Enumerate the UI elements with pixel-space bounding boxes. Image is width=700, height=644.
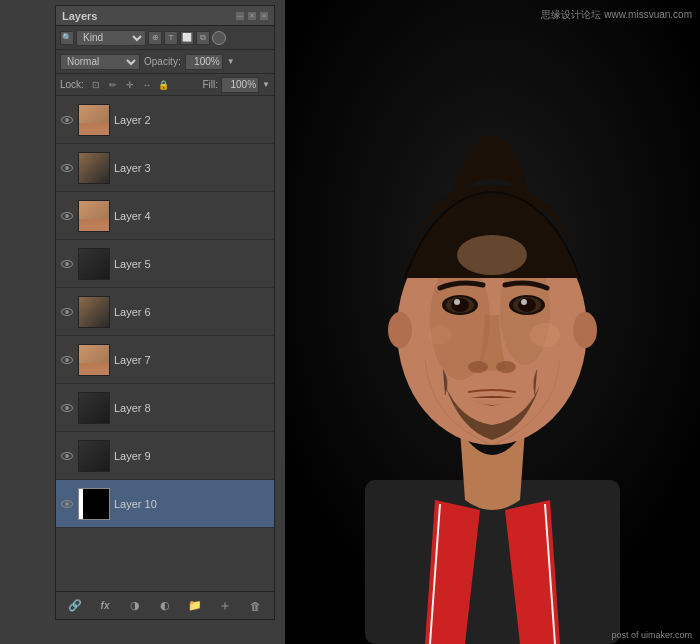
- eye-icon: [61, 116, 73, 124]
- kind-select[interactable]: Kind: [76, 30, 146, 46]
- layer-name: Layer 8: [114, 402, 270, 414]
- eye-dot: [65, 166, 69, 170]
- svg-point-19: [530, 323, 560, 347]
- layer-thumbnail: [78, 296, 110, 328]
- layer-visibility-toggle[interactable]: [60, 257, 74, 271]
- eye-dot: [65, 406, 69, 410]
- panel-minimize-btn[interactable]: —: [236, 12, 244, 20]
- lock-edit-icon[interactable]: ✏: [106, 78, 120, 92]
- layer-item[interactable]: Layer 10: [56, 480, 274, 528]
- layer-visibility-toggle[interactable]: [60, 497, 74, 511]
- svg-point-6: [388, 312, 412, 348]
- layer-effects-icon[interactable]: fx: [95, 596, 115, 616]
- layers-list[interactable]: Layer 2 Layer 3 Layer 4: [56, 96, 274, 591]
- fill-input[interactable]: [221, 77, 259, 93]
- svg-point-16: [468, 361, 488, 373]
- layer-thumbnail: [78, 344, 110, 376]
- svg-point-7: [573, 312, 597, 348]
- opacity-input[interactable]: [185, 54, 223, 70]
- delete-layer-icon[interactable]: 🗑: [245, 596, 265, 616]
- blend-mode-row: Normal Opacity: ▼: [56, 50, 274, 74]
- kind-row: 🔍 Kind ⊕ T ⬜ ⧉: [56, 26, 274, 50]
- layer-thumbnail: [78, 104, 110, 136]
- eye-icon: [61, 260, 73, 268]
- blend-mode-select[interactable]: Normal: [60, 54, 140, 70]
- adjustment-layer-icon[interactable]: ◐: [155, 596, 175, 616]
- top-watermark: 思缘设计论坛 www.missvuan.com: [541, 8, 692, 22]
- layer-visibility-toggle[interactable]: [60, 161, 74, 175]
- svg-point-10: [451, 298, 469, 312]
- new-layer-icon[interactable]: ＋: [215, 596, 235, 616]
- layer-name: Layer 6: [114, 306, 270, 318]
- layer-item[interactable]: Layer 4: [56, 192, 274, 240]
- filter-icon: 🔍: [60, 31, 74, 45]
- layer-visibility-toggle[interactable]: [60, 353, 74, 367]
- layer-item[interactable]: Layer 5: [56, 240, 274, 288]
- lock-move-icon[interactable]: ✛: [123, 78, 137, 92]
- layer-visibility-toggle[interactable]: [60, 209, 74, 223]
- lock-pixels-icon[interactable]: ⊡: [89, 78, 103, 92]
- lock-all-icon[interactable]: 🔒: [157, 78, 171, 92]
- layer-visibility-toggle[interactable]: [60, 401, 74, 415]
- eye-dot: [65, 118, 69, 122]
- layer-visibility-toggle[interactable]: [60, 113, 74, 127]
- layer-name: Layer 7: [114, 354, 270, 366]
- svg-point-17: [496, 361, 516, 373]
- layer-visibility-toggle[interactable]: [60, 305, 74, 319]
- layer-name: Layer 10: [114, 498, 270, 510]
- adjustment-icon[interactable]: [212, 31, 226, 45]
- layer-item[interactable]: Layer 3: [56, 144, 274, 192]
- layer-thumbnail: [78, 392, 110, 424]
- layers-panel: Layers — ✕ ≡ 🔍 Kind ⊕ T ⬜ ⧉ Normal Opaci…: [55, 5, 275, 620]
- opacity-arrow[interactable]: ▼: [227, 57, 235, 66]
- layer-item[interactable]: Layer 9: [56, 432, 274, 480]
- layer-name: Layer 9: [114, 450, 270, 462]
- layer-thumbnail: [78, 488, 110, 520]
- lock-artboard-icon[interactable]: ↔: [140, 78, 154, 92]
- eye-icon: [61, 308, 73, 316]
- photo-area: [285, 0, 700, 644]
- lock-row: Lock: ⊡ ✏ ✛ ↔ 🔒 Fill: ▼: [56, 74, 274, 96]
- eye-dot: [65, 502, 69, 506]
- eye-icon: [61, 212, 73, 220]
- layer-item[interactable]: Layer 6: [56, 288, 274, 336]
- svg-point-11: [454, 299, 460, 305]
- layer-thumbnail: [78, 440, 110, 472]
- svg-point-20: [428, 325, 452, 345]
- photo-placeholder: [285, 0, 700, 644]
- layer-item[interactable]: Layer 2: [56, 96, 274, 144]
- layer-name: Layer 2: [114, 114, 270, 126]
- panel-close-btn[interactable]: ✕: [248, 12, 256, 20]
- layer-name: Layer 4: [114, 210, 270, 222]
- add-mask-icon[interactable]: ◑: [125, 596, 145, 616]
- eye-icon: [61, 356, 73, 364]
- bottom-watermark: post of uimaker.com: [611, 630, 692, 640]
- layer-item[interactable]: Layer 7: [56, 336, 274, 384]
- layer-item[interactable]: Layer 8: [56, 384, 274, 432]
- new-group-icon[interactable]: 📁: [185, 596, 205, 616]
- svg-point-18: [457, 235, 527, 275]
- eye-icon: [61, 500, 73, 508]
- eye-dot: [65, 454, 69, 458]
- link-layers-icon[interactable]: 🔗: [65, 596, 85, 616]
- panel-menu-btn[interactable]: ≡: [260, 12, 268, 20]
- eye-icon: [61, 452, 73, 460]
- pixel-icon[interactable]: ⊕: [148, 31, 162, 45]
- panel-title: Layers: [62, 10, 97, 22]
- opacity-label: Opacity:: [144, 56, 181, 67]
- layer-name: Layer 5: [114, 258, 270, 270]
- eye-icon: [61, 164, 73, 172]
- smart-icon[interactable]: ⧉: [196, 31, 210, 45]
- shape-icon[interactable]: ⬜: [180, 31, 194, 45]
- panel-toolbar: 🔗 fx ◑ ◐ 📁 ＋ 🗑: [56, 591, 274, 619]
- layer-thumbnail: [78, 200, 110, 232]
- fill-arrow[interactable]: ▼: [262, 80, 270, 89]
- layer-thumbnail: [78, 248, 110, 280]
- layer-name: Layer 3: [114, 162, 270, 174]
- eye-dot: [65, 214, 69, 218]
- eye-dot: [65, 262, 69, 266]
- fill-label: Fill:: [203, 79, 219, 90]
- text-icon[interactable]: T: [164, 31, 178, 45]
- layer-visibility-toggle[interactable]: [60, 449, 74, 463]
- layer-thumbnail: [78, 152, 110, 184]
